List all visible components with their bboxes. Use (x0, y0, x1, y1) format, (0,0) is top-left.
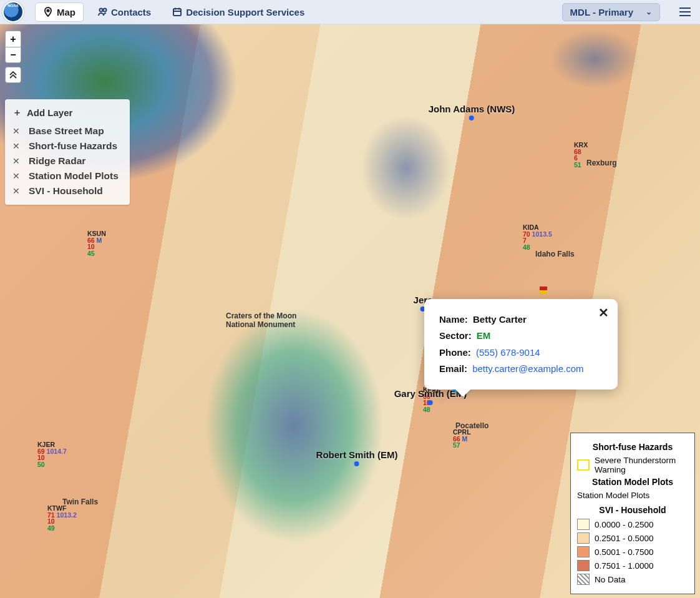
legend-item-label: 0.5001 - 0.7500 (595, 547, 654, 557)
legend-item-label: 0.2501 - 0.5000 (595, 534, 654, 543)
nav-tab-label: Map (57, 7, 75, 17)
layer-label: SVI - Household (29, 185, 103, 197)
legend-swatch (577, 574, 590, 585)
popup-phone-row: Phone: (555) 678-9014 (439, 345, 603, 361)
popup-sector-value: EM (477, 330, 491, 341)
station-model-plot: CPRL66 M57 (453, 429, 471, 449)
station-model-plot: KRX68651 (574, 142, 588, 168)
pin-icon (43, 7, 53, 17)
station-model-plot: KIDA70 1013.5748 (523, 224, 552, 250)
map-place-label: Craters of the Moon National Monument (226, 311, 301, 329)
close-icon[interactable]: ✕ (12, 141, 21, 151)
svg-point-2 (104, 9, 107, 12)
calendar-icon (172, 7, 182, 17)
legend-text: Station Model Plots (577, 491, 688, 500)
popup-email-row: Email: betty.carter@example.com (439, 361, 603, 377)
close-icon[interactable]: ✕ (598, 305, 609, 320)
nav-tab-label: Decision Support Services (186, 7, 304, 17)
svg-rect-3 (173, 9, 181, 16)
legend-item: 0.5001 - 0.7500 (577, 546, 688, 557)
legend-section-title: SVI - Household (577, 505, 688, 515)
plus-icon: ＋ (12, 107, 22, 119)
legend-item-label: No Data (595, 575, 626, 584)
contact-dot[interactable] (354, 461, 359, 466)
legend-swatch (577, 532, 590, 544)
chevron-down-icon: ⌄ (646, 7, 652, 16)
map-legend: Short-fuse HazardsSevere Thunderstorm Wa… (570, 433, 695, 594)
layer-label: Short-fuse Hazards (29, 140, 117, 152)
svg-point-1 (100, 9, 103, 12)
contact-dot[interactable] (428, 400, 433, 405)
legend-item-label: 0.7501 - 1.0000 (595, 561, 654, 571)
popup-sector-row: Sector: EM (439, 328, 603, 344)
station-model-plot: KJER69 1014.71050 (37, 441, 67, 468)
legend-item: Severe Thunderstorm Warning (577, 456, 688, 474)
nav-tab-map[interactable]: Map (35, 2, 84, 22)
zoom-controls: + − (5, 31, 21, 83)
legend-item: No Data (577, 574, 688, 585)
legend-swatch (577, 519, 590, 530)
zoom-in-button[interactable]: + (5, 31, 21, 47)
people-icon (97, 7, 107, 17)
legend-section-title: Short-fuse Hazards (577, 442, 688, 452)
layer-row[interactable]: ✕ Short-fuse Hazards (11, 139, 121, 154)
close-icon[interactable]: ✕ (12, 156, 21, 166)
layer-row[interactable]: ✕ Ridge Radar (11, 154, 121, 169)
legend-swatch (577, 560, 590, 571)
layer-row[interactable]: ✕ SVI - Household (11, 184, 121, 199)
zoom-out-button[interactable]: − (5, 47, 21, 63)
popup-phone-link[interactable]: (555) 678-9014 (476, 347, 540, 358)
close-icon[interactable]: ✕ (12, 171, 21, 181)
layer-panel: ＋ Add Layer ✕ Base Street Map ✕ Short-fu… (5, 99, 130, 205)
legend-item: 0.2501 - 0.5000 (577, 532, 688, 544)
contact-marker[interactable]: Robert Smith (EM) (316, 449, 398, 466)
layer-label: Station Model Plots (29, 170, 119, 182)
station-model-plot: KTWF71 1013.21049 (47, 505, 77, 531)
svg-point-0 (47, 9, 49, 11)
menu-button[interactable] (676, 3, 694, 21)
legend-item-label: Severe Thunderstorm Warning (595, 456, 688, 474)
popup-name-value: Betty Carter (473, 314, 527, 325)
profile-select[interactable]: MDL - Primary ⌄ (562, 3, 660, 21)
station-model-plot: KSUN66 M1045 (87, 230, 106, 257)
contact-name-label: John Adams (NWS) (429, 104, 515, 114)
contact-name-label: Robert Smith (EM) (316, 449, 398, 460)
contact-dot[interactable] (469, 115, 474, 120)
legend-item: 0.0000 - 0.2500 (577, 519, 688, 530)
nav-tab-dss[interactable]: Decision Support Services (165, 3, 312, 21)
app-header: Map Contacts Decision Support Services M… (0, 0, 700, 24)
layer-label: Ridge Radar (29, 155, 85, 167)
legend-item: 0.7501 - 1.0000 (577, 560, 688, 571)
legend-item-label: 0.0000 - 0.2500 (595, 520, 654, 529)
collapse-layers-button[interactable] (5, 67, 21, 83)
close-icon[interactable]: ✕ (12, 186, 21, 196)
legend-section-title: Station Model Plots (577, 477, 688, 487)
popup-name-row: Name: Betty Carter (439, 311, 603, 328)
add-layer-button[interactable]: ＋ Add Layer (11, 104, 121, 124)
map-place-label: Idaho Falls (535, 250, 575, 258)
profile-select-label: MDL - Primary (570, 7, 633, 17)
alert-marker[interactable] (540, 287, 547, 294)
legend-swatch (577, 546, 590, 557)
layer-label: Base Street Map (29, 125, 104, 137)
map-place-label: Rexburg (586, 159, 617, 167)
layer-row[interactable]: ✕ Base Street Map (11, 124, 121, 139)
contact-popup: ✕ Name: Betty Carter Sector: EM Phone: (… (424, 299, 618, 390)
legend-swatch (577, 459, 590, 471)
close-icon[interactable]: ✕ (12, 126, 21, 136)
popup-email-link[interactable]: betty.carter@example.com (472, 363, 583, 374)
nav-tab-label: Contacts (111, 7, 151, 17)
map-canvas[interactable]: + − ＋ Add Layer ✕ Base Street Map ✕ Shor… (0, 24, 700, 598)
noaa-logo (2, 1, 24, 22)
nav-tabs: Map Contacts Decision Support Services (35, 2, 312, 22)
layer-row[interactable]: ✕ Station Model Plots (11, 169, 121, 184)
nav-tab-contacts[interactable]: Contacts (90, 3, 158, 21)
contact-marker[interactable]: John Adams (NWS) (429, 104, 515, 120)
add-layer-label: Add Layer (27, 107, 72, 118)
